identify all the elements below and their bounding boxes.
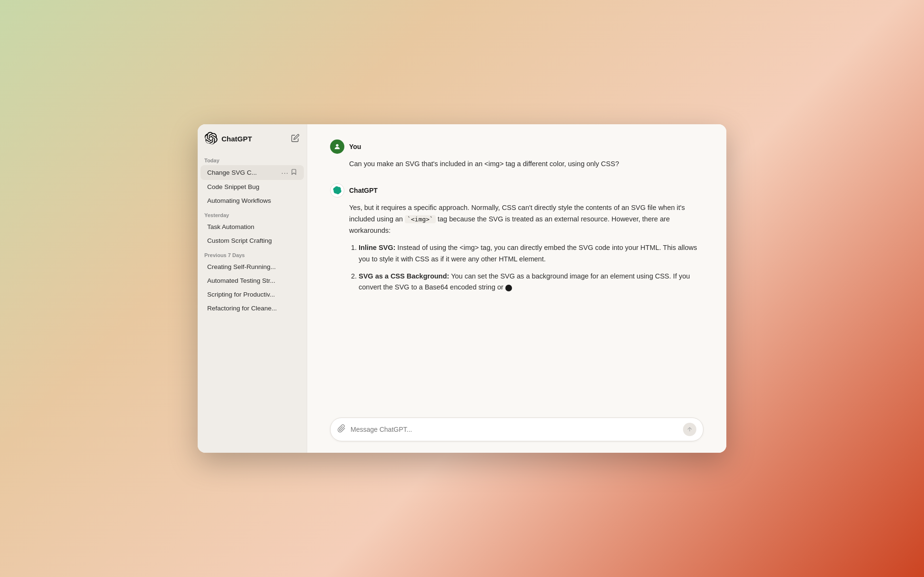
send-button[interactable]	[683, 423, 696, 436]
sidebar-brand: ChatGPT	[204, 132, 252, 145]
chatgpt-message-header: ChatGPT	[330, 183, 703, 198]
sidebar-item-automated-testing[interactable]: Automated Testing Str...	[201, 274, 304, 288]
user-message-text: Can you make an SVG that's included in a…	[349, 159, 703, 170]
inline-code-img: `<img>`	[405, 215, 436, 223]
main-content: You Can you make an SVG that's included …	[307, 124, 726, 453]
user-author-label: You	[349, 143, 361, 150]
list-item-1: Inline SVG: Instead of using the <img> t…	[359, 242, 703, 265]
sidebar-item-text: Custom Script Crafting	[207, 237, 297, 244]
sidebar-item-text: Change SVG C...	[207, 169, 281, 176]
list-item-2-label: SVG as a CSS Background:	[359, 272, 449, 280]
sidebar-item-task-auto[interactable]: Task Automation	[201, 220, 304, 234]
message-input[interactable]	[351, 426, 678, 433]
dots-icon[interactable]: ···	[281, 169, 289, 177]
sidebar-item-scripting-prod[interactable]: Scripting for Productiv...	[201, 288, 304, 301]
sidebar-section-previous: Previous 7 Days Creating Self-Running...…	[198, 248, 307, 315]
sidebar: ChatGPT Today Change SVG C... ···	[198, 124, 307, 453]
chatgpt-list: Inline SVG: Instead of using the <img> t…	[349, 242, 703, 294]
bookmark-icon[interactable]	[291, 169, 297, 177]
list-item-1-label: Inline SVG:	[359, 244, 395, 251]
svg-point-0	[336, 144, 338, 147]
message-input-container	[330, 418, 703, 441]
app-window: ChatGPT Today Change SVG C... ···	[198, 124, 726, 453]
sidebar-item-text: Scripting for Productiv...	[207, 291, 297, 298]
sidebar-item-text: Refactoring for Cleane...	[207, 305, 297, 312]
list-item-2: SVG as a CSS Background: You can set the…	[359, 271, 703, 294]
chatgpt-author-label: ChatGPT	[349, 187, 378, 194]
sidebar-item-text: Automating Workflows	[207, 197, 297, 204]
section-label-today: Today	[198, 153, 307, 165]
chatgpt-message: ChatGPT Yes, but it requires a specific …	[330, 183, 703, 293]
text-truncation-indicator	[505, 285, 512, 291]
sidebar-item-actions: ···	[281, 169, 297, 177]
section-label-previous: Previous 7 Days	[198, 248, 307, 260]
sidebar-item-text: Automated Testing Str...	[207, 277, 297, 284]
sidebar-section-today: Today Change SVG C... ··· Code Snippet B…	[198, 153, 307, 208]
chatgpt-avatar	[330, 183, 344, 198]
sidebar-item-custom-script[interactable]: Custom Script Crafting	[201, 234, 304, 248]
sidebar-item-change-svg[interactable]: Change SVG C... ···	[201, 165, 304, 180]
input-area	[307, 410, 726, 453]
sidebar-item-text: Code Snippet Bug	[207, 183, 297, 190]
user-avatar	[330, 139, 344, 154]
sidebar-item-code-snippet[interactable]: Code Snippet Bug	[201, 180, 304, 194]
user-message-header: You	[330, 139, 703, 154]
chatgpt-message-body: Yes, but it requires a specific approach…	[349, 202, 703, 293]
chat-area: You Can you make an SVG that's included …	[307, 124, 726, 410]
user-message: You Can you make an SVG that's included …	[330, 139, 703, 170]
sidebar-item-creating-self[interactable]: Creating Self-Running...	[201, 260, 304, 274]
sidebar-item-refactoring[interactable]: Refactoring for Cleane...	[201, 301, 304, 315]
sidebar-title: ChatGPT	[221, 135, 252, 143]
chatgpt-logo-icon	[204, 132, 218, 145]
chatgpt-intro-text: Yes, but it requires a specific approach…	[349, 202, 703, 237]
section-label-yesterday: Yesterday	[198, 208, 307, 220]
sidebar-section-yesterday: Yesterday Task Automation Custom Script …	[198, 208, 307, 248]
user-message-body: Can you make an SVG that's included in a…	[349, 159, 703, 170]
sidebar-item-text: Creating Self-Running...	[207, 263, 297, 270]
attach-icon[interactable]	[337, 424, 346, 435]
new-chat-button[interactable]	[291, 134, 300, 143]
sidebar-header: ChatGPT	[198, 132, 307, 153]
sidebar-item-automating[interactable]: Automating Workflows	[201, 194, 304, 208]
sidebar-item-text: Task Automation	[207, 223, 297, 230]
